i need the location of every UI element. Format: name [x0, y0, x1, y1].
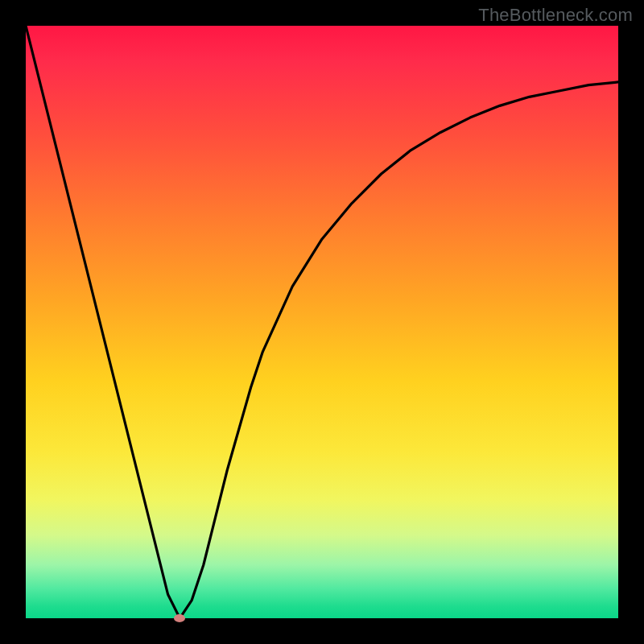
minimum-marker [174, 614, 185, 622]
bottleneck-curve [26, 26, 618, 618]
plot-area [26, 26, 618, 618]
chart-frame: TheBottleneck.com [0, 0, 644, 644]
watermark-text: TheBottleneck.com [478, 5, 633, 26]
